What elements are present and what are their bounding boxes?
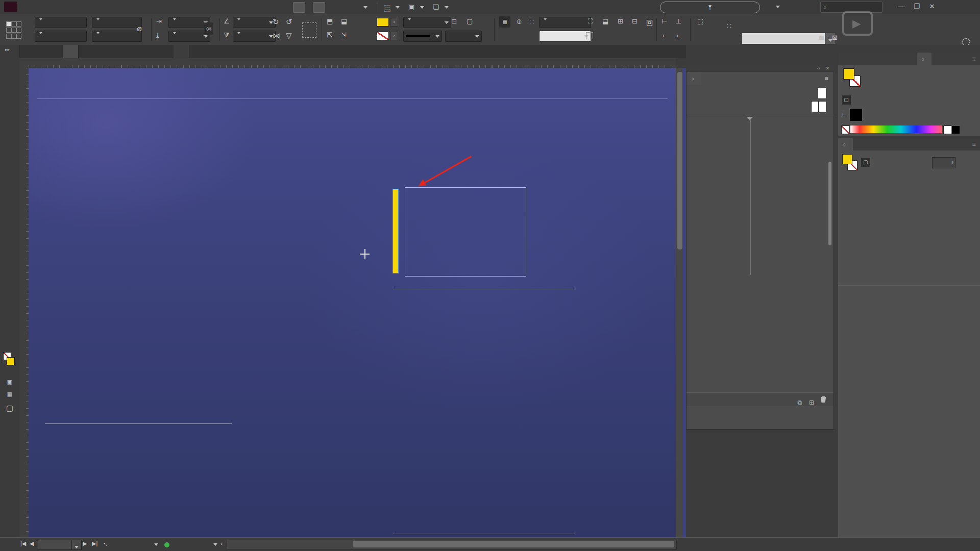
align-to-selection-icon[interactable]: ⬚ (697, 17, 703, 25)
select-next-icon[interactable]: ⇲ (341, 31, 347, 39)
stroke-weight-field[interactable] (403, 17, 451, 28)
bridge-button[interactable] (293, 2, 305, 13)
fit-proportional-icon[interactable]: ⊟ (632, 17, 638, 25)
select-previous-icon[interactable]: ⇱ (327, 31, 332, 39)
fit-frame-icon[interactable]: ⬓ (602, 17, 608, 25)
master-a-row[interactable] (687, 99, 834, 113)
panel-menu-icon[interactable]: ≡ (824, 74, 828, 82)
stroke-tint-field[interactable] (445, 31, 482, 42)
wrap-options-dropdown[interactable] (539, 31, 591, 42)
flip-vertical-2-icon[interactable]: ▽ (286, 31, 292, 40)
white-button[interactable] (943, 126, 952, 134)
fill-color-swatch[interactable] (377, 18, 389, 27)
stock-button[interactable] (313, 2, 325, 13)
autofit-checkbox[interactable] (586, 32, 593, 39)
collapse-dock-icon[interactable]: ‹‹ (817, 66, 820, 71)
horizontal-scrollbar[interactable] (227, 540, 677, 549)
chevron-down-icon[interactable] (396, 6, 400, 9)
distribute-v-icon[interactable]: ⫠ (676, 31, 680, 39)
page-number-dropdown[interactable] (38, 540, 82, 550)
prev-page-button[interactable]: ◀ (30, 540, 34, 547)
collapse-panel-icon[interactable]: ▸▸ (5, 47, 10, 52)
width-field[interactable] (92, 17, 142, 28)
flip-vertical-icon[interactable]: ⤓ (156, 31, 159, 39)
horizontal-scrollbar-thumb[interactable] (353, 541, 674, 547)
ruler-origin-corner[interactable] (19, 58, 29, 68)
rotate-ccw-icon[interactable]: ↺ (286, 17, 292, 27)
y-position-field[interactable] (35, 31, 87, 42)
center-content-icon[interactable]: 回 (646, 17, 653, 27)
align-left-icon[interactable]: ⊢ (662, 17, 667, 25)
toolbar-fill-swatch[interactable] (7, 357, 15, 365)
page-transitions-icon[interactable]: ⧉ (797, 396, 802, 409)
adobe-stock-search-input[interactable]: ⌕ (820, 2, 883, 13)
minimize-button[interactable]: — (894, 0, 909, 13)
style-new-icon[interactable]: 🖿 (818, 34, 825, 41)
formatting-container-toggle[interactable]: ▢ (841, 95, 851, 105)
vertical-scrollbar-thumb[interactable] (677, 72, 682, 249)
link-scale-icon[interactable]: ∞ (204, 22, 213, 35)
publish-online-button[interactable]: ⤒ (660, 2, 760, 13)
wrap-bounding-box-button[interactable]: ⦶ (513, 16, 525, 28)
tab-swatches[interactable]: ◊ (838, 138, 853, 151)
swatches-container-toggle[interactable]: ▢ (861, 157, 871, 167)
select-container-icon[interactable]: ⬒ (327, 17, 333, 25)
flip-icons[interactable]: ⋈ (273, 31, 280, 40)
stroke-color-swatch[interactable] (377, 32, 389, 40)
tab-color[interactable]: ◊ (917, 53, 932, 65)
next-page-button[interactable]: ▶ (83, 540, 87, 547)
distribute-h-icon[interactable]: ⫟ (662, 31, 666, 39)
new-spread-icon[interactable]: ⊞ (809, 396, 814, 409)
style-clear-icon[interactable]: ⊠ (832, 34, 838, 41)
reference-point-proxy[interactable] (6, 21, 21, 37)
vertical-scrollbar[interactable] (676, 68, 683, 537)
chevron-down-icon[interactable] (363, 6, 368, 9)
horizontal-ruler[interactable] (29, 58, 676, 68)
fill-frame-icon[interactable]: ⊞ (618, 17, 623, 25)
last-color-swatch[interactable] (849, 108, 863, 121)
panel-menu-icon[interactable]: ≡ (972, 55, 976, 63)
title-text-frame[interactable] (405, 187, 526, 277)
close-icon[interactable]: ✕ (825, 66, 829, 71)
content-grabber-proxy[interactable] (302, 22, 316, 38)
apply-color-button[interactable]: ▦ (4, 388, 16, 400)
color-spectrum-ramp[interactable] (850, 126, 942, 133)
vertical-ruler[interactable] (19, 68, 29, 537)
document-tab-2[interactable] (174, 45, 189, 58)
document-canvas[interactable] (29, 68, 676, 537)
toolbar-fill-stroke-proxy[interactable] (0, 351, 19, 371)
workspace-switcher[interactable] (776, 3, 780, 10)
preflight-icon[interactable]: ◔. (102, 540, 108, 547)
delete-page-icon[interactable] (820, 396, 826, 403)
corner-options-icon[interactable]: ⊡ (451, 17, 457, 25)
constrain-dimensions-icon[interactable]: ⌀ (137, 23, 142, 33)
master-none-row[interactable] (687, 86, 834, 99)
wrap-none-button[interactable]: ≣ (499, 16, 510, 28)
panel-menu-icon[interactable]: ≡ (972, 140, 976, 148)
formatting-container-button[interactable]: ▣ (4, 375, 16, 388)
align-center-icon[interactable]: ⊥ (676, 17, 681, 25)
screen-mode-icon[interactable]: ▣ (408, 3, 414, 11)
fit-content-icon[interactable]: ⛶ (588, 17, 593, 26)
restore-button[interactable]: ❐ (910, 0, 924, 13)
rotation-angle-field[interactable] (233, 17, 276, 28)
arrange-documents-icon[interactable]: ❏ (433, 3, 439, 11)
x-position-field[interactable] (35, 17, 87, 28)
screen-mode-button[interactable]: ▢ (4, 402, 16, 414)
stroke-options-button[interactable]: › (390, 32, 398, 40)
chevron-down-icon[interactable] (445, 6, 449, 9)
first-page-button[interactable]: |◀ (20, 540, 26, 547)
corner-shape-icon[interactable]: ▢ (467, 17, 473, 25)
tab-pages[interactable]: ◊ (687, 72, 701, 85)
chevron-down-icon[interactable] (213, 543, 217, 546)
yellow-rectangle[interactable] (393, 189, 398, 273)
swatches-fill-proxy[interactable] (842, 154, 852, 164)
pages-scrollbar-thumb[interactable] (828, 162, 831, 245)
black-button[interactable] (951, 126, 960, 134)
select-content-icon[interactable]: ⬓ (341, 17, 347, 25)
document-tab-1[interactable] (63, 45, 79, 58)
chevron-down-icon[interactable] (420, 6, 424, 9)
rotate-cw-icon[interactable]: ↻ (273, 17, 279, 27)
close-button[interactable]: ✕ (925, 0, 939, 13)
chevron-down-icon[interactable] (154, 543, 158, 546)
